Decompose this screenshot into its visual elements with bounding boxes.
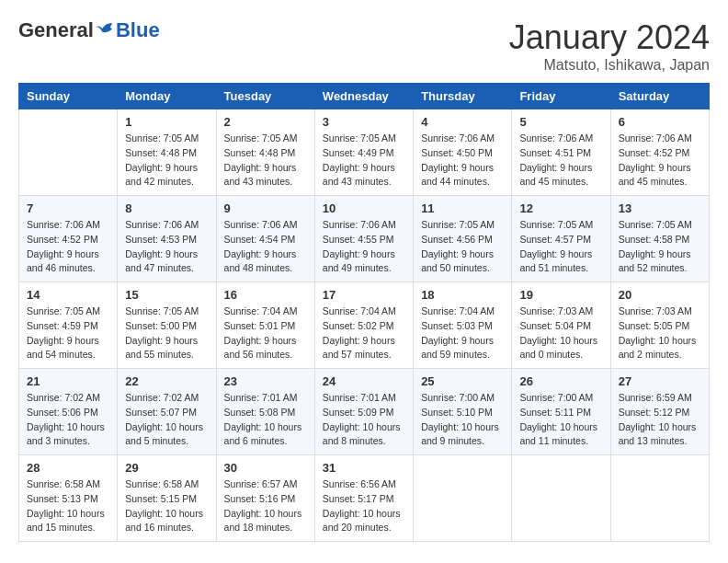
calendar-week-row: 14Sunrise: 7:05 AM Sunset: 4:59 PM Dayli… — [19, 282, 710, 369]
day-number: 8 — [125, 201, 208, 215]
day-number: 24 — [323, 374, 405, 388]
day-number: 2 — [224, 115, 307, 129]
weekday-header: Tuesday — [216, 84, 314, 109]
calendar-cell: 7Sunrise: 7:06 AM Sunset: 4:52 PM Daylig… — [19, 196, 118, 282]
day-info: Sunrise: 7:03 AM Sunset: 5:05 PM Dayligh… — [619, 304, 701, 362]
calendar-cell: 30Sunrise: 6:57 AM Sunset: 5:16 PM Dayli… — [216, 455, 314, 542]
day-number: 27 — [619, 374, 701, 388]
calendar-cell — [610, 455, 709, 542]
day-info: Sunrise: 6:57 AM Sunset: 5:16 PM Dayligh… — [224, 477, 307, 535]
calendar-cell: 31Sunrise: 6:56 AM Sunset: 5:17 PM Dayli… — [314, 455, 413, 542]
day-number: 28 — [27, 461, 109, 475]
day-info: Sunrise: 7:06 AM Sunset: 4:50 PM Dayligh… — [421, 132, 504, 190]
calendar-table: SundayMondayTuesdayWednesdayThursdayFrid… — [18, 83, 710, 542]
calendar-cell — [414, 455, 512, 542]
calendar-cell: 23Sunrise: 7:01 AM Sunset: 5:08 PM Dayli… — [216, 369, 314, 455]
day-number: 19 — [519, 288, 602, 302]
day-number: 1 — [125, 115, 208, 129]
day-number: 15 — [125, 288, 208, 302]
calendar-week-row: 1Sunrise: 7:05 AM Sunset: 4:48 PM Daylig… — [19, 109, 710, 196]
day-number: 16 — [224, 288, 307, 302]
day-number: 10 — [323, 201, 405, 215]
day-number: 21 — [27, 374, 109, 388]
calendar-cell: 26Sunrise: 7:00 AM Sunset: 5:11 PM Dayli… — [512, 369, 610, 455]
day-info: Sunrise: 7:06 AM Sunset: 4:51 PM Dayligh… — [519, 132, 602, 190]
calendar-cell: 21Sunrise: 7:02 AM Sunset: 5:06 PM Dayli… — [19, 369, 118, 455]
day-info: Sunrise: 7:01 AM Sunset: 5:09 PM Dayligh… — [323, 391, 405, 449]
day-number: 22 — [125, 374, 208, 388]
calendar-cell — [19, 109, 118, 196]
day-number: 12 — [519, 201, 602, 215]
calendar-week-row: 28Sunrise: 6:58 AM Sunset: 5:13 PM Dayli… — [19, 455, 710, 542]
day-info: Sunrise: 7:01 AM Sunset: 5:08 PM Dayligh… — [224, 391, 307, 449]
calendar-cell: 20Sunrise: 7:03 AM Sunset: 5:05 PM Dayli… — [610, 282, 709, 369]
weekday-header: Thursday — [414, 84, 512, 109]
main-title: January 2024 — [509, 18, 710, 57]
day-number: 9 — [224, 201, 307, 215]
day-info: Sunrise: 6:58 AM Sunset: 5:15 PM Dayligh… — [125, 477, 208, 535]
day-number: 13 — [619, 201, 701, 215]
calendar-cell: 13Sunrise: 7:05 AM Sunset: 4:58 PM Dayli… — [610, 196, 709, 282]
day-info: Sunrise: 7:04 AM Sunset: 5:01 PM Dayligh… — [224, 304, 307, 362]
calendar-cell: 25Sunrise: 7:00 AM Sunset: 5:10 PM Dayli… — [414, 369, 512, 455]
weekday-header: Friday — [512, 84, 610, 109]
day-info: Sunrise: 7:06 AM Sunset: 4:53 PM Dayligh… — [125, 218, 208, 276]
weekday-header: Wednesday — [314, 84, 413, 109]
calendar-cell: 3Sunrise: 7:05 AM Sunset: 4:49 PM Daylig… — [314, 109, 413, 196]
day-number: 31 — [323, 461, 405, 475]
day-number: 20 — [619, 288, 701, 302]
day-info: Sunrise: 7:00 AM Sunset: 5:11 PM Dayligh… — [519, 391, 602, 449]
calendar-header-row: SundayMondayTuesdayWednesdayThursdayFrid… — [19, 84, 710, 109]
day-info: Sunrise: 7:06 AM Sunset: 4:52 PM Dayligh… — [27, 218, 109, 276]
day-number: 30 — [224, 461, 307, 475]
logo-general-text: General — [18, 18, 94, 42]
day-info: Sunrise: 6:56 AM Sunset: 5:17 PM Dayligh… — [323, 477, 405, 535]
day-number: 29 — [125, 461, 208, 475]
day-info: Sunrise: 7:05 AM Sunset: 4:59 PM Dayligh… — [27, 304, 109, 362]
calendar-cell — [512, 455, 610, 542]
day-info: Sunrise: 7:05 AM Sunset: 4:48 PM Dayligh… — [125, 132, 208, 190]
day-info: Sunrise: 7:05 AM Sunset: 5:00 PM Dayligh… — [125, 304, 208, 362]
weekday-header: Saturday — [610, 84, 709, 109]
logo-blue-text: Blue — [116, 18, 160, 42]
page-header: General Blue January 2024 Matsuto, Ishik… — [18, 18, 710, 74]
day-info: Sunrise: 7:05 AM Sunset: 4:56 PM Dayligh… — [421, 218, 504, 276]
day-number: 7 — [27, 201, 109, 215]
day-info: Sunrise: 7:05 AM Sunset: 4:48 PM Dayligh… — [224, 132, 307, 190]
day-number: 6 — [619, 115, 701, 129]
calendar-week-row: 7Sunrise: 7:06 AM Sunset: 4:52 PM Daylig… — [19, 196, 710, 282]
calendar-cell: 11Sunrise: 7:05 AM Sunset: 4:56 PM Dayli… — [414, 196, 512, 282]
calendar-cell: 29Sunrise: 6:58 AM Sunset: 5:15 PM Dayli… — [118, 455, 216, 542]
calendar-week-row: 21Sunrise: 7:02 AM Sunset: 5:06 PM Dayli… — [19, 369, 710, 455]
day-number: 5 — [519, 115, 602, 129]
day-number: 25 — [421, 374, 504, 388]
day-info: Sunrise: 7:05 AM Sunset: 4:57 PM Dayligh… — [519, 218, 602, 276]
day-number: 4 — [421, 115, 504, 129]
day-info: Sunrise: 7:06 AM Sunset: 4:52 PM Dayligh… — [619, 132, 701, 190]
day-number: 11 — [421, 201, 504, 215]
logo-bird-icon — [96, 20, 116, 40]
day-info: Sunrise: 7:02 AM Sunset: 5:07 PM Dayligh… — [125, 391, 208, 449]
weekday-header: Sunday — [19, 84, 118, 109]
day-info: Sunrise: 6:58 AM Sunset: 5:13 PM Dayligh… — [27, 477, 109, 535]
weekday-header: Monday — [118, 84, 216, 109]
day-number: 23 — [224, 374, 307, 388]
title-section: January 2024 Matsuto, Ishikawa, Japan — [509, 18, 710, 74]
calendar-cell: 1Sunrise: 7:05 AM Sunset: 4:48 PM Daylig… — [118, 109, 216, 196]
calendar-cell: 15Sunrise: 7:05 AM Sunset: 5:00 PM Dayli… — [118, 282, 216, 369]
calendar-cell: 4Sunrise: 7:06 AM Sunset: 4:50 PM Daylig… — [414, 109, 512, 196]
calendar-cell: 19Sunrise: 7:03 AM Sunset: 5:04 PM Dayli… — [512, 282, 610, 369]
calendar-cell: 14Sunrise: 7:05 AM Sunset: 4:59 PM Dayli… — [19, 282, 118, 369]
calendar-cell: 8Sunrise: 7:06 AM Sunset: 4:53 PM Daylig… — [118, 196, 216, 282]
logo: General Blue — [18, 18, 160, 42]
day-number: 18 — [421, 288, 504, 302]
day-info: Sunrise: 7:02 AM Sunset: 5:06 PM Dayligh… — [27, 391, 109, 449]
day-info: Sunrise: 7:04 AM Sunset: 5:02 PM Dayligh… — [323, 304, 405, 362]
day-info: Sunrise: 7:06 AM Sunset: 4:55 PM Dayligh… — [323, 218, 405, 276]
calendar-cell: 6Sunrise: 7:06 AM Sunset: 4:52 PM Daylig… — [610, 109, 709, 196]
day-info: Sunrise: 7:00 AM Sunset: 5:10 PM Dayligh… — [421, 391, 504, 449]
calendar-cell: 28Sunrise: 6:58 AM Sunset: 5:13 PM Dayli… — [19, 455, 118, 542]
day-number: 3 — [323, 115, 405, 129]
calendar-cell: 2Sunrise: 7:05 AM Sunset: 4:48 PM Daylig… — [216, 109, 314, 196]
calendar-cell: 10Sunrise: 7:06 AM Sunset: 4:55 PM Dayli… — [314, 196, 413, 282]
